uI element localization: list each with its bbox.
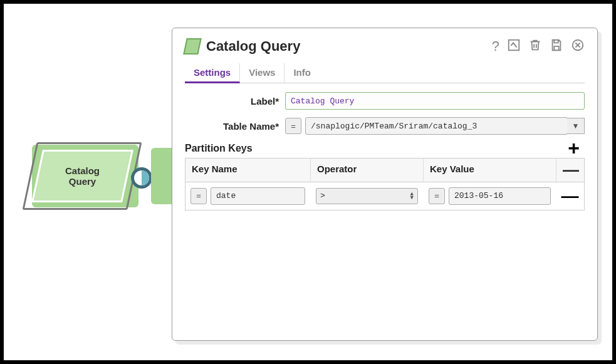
key-value-input[interactable] bbox=[449, 187, 551, 205]
snap-connector[interactable] bbox=[131, 167, 152, 189]
save-icon[interactable] bbox=[550, 38, 563, 55]
validate-icon[interactable] bbox=[507, 38, 521, 55]
table-row: = > ▲▼ = — bbox=[185, 182, 584, 210]
remove-row-button[interactable]: — bbox=[556, 186, 584, 206]
label-field-label: Label* bbox=[185, 96, 285, 107]
delete-icon[interactable] bbox=[528, 38, 542, 55]
snap-node-label: Catalog Query bbox=[65, 165, 100, 187]
help-icon[interactable]: ? bbox=[492, 39, 499, 53]
snap-type-icon bbox=[183, 38, 202, 55]
table-name-input[interactable] bbox=[305, 117, 568, 135]
operator-select[interactable]: > ▲▼ bbox=[316, 188, 418, 204]
col-key-value: Key Value bbox=[424, 159, 556, 182]
dialog-actions: ? bbox=[492, 38, 585, 55]
tabs: Settings Views Info bbox=[185, 63, 585, 83]
tab-settings[interactable]: Settings bbox=[185, 63, 240, 83]
key-name-input[interactable] bbox=[211, 187, 305, 205]
tab-info[interactable]: Info bbox=[285, 63, 320, 83]
partition-keys-table: Key Name Operator Key Value — = > ▲▼ = bbox=[185, 158, 585, 211]
col-key-name: Key Name bbox=[185, 159, 311, 182]
partition-keys-title: Partition Keys bbox=[185, 143, 253, 154]
tab-views[interactable]: Views bbox=[240, 63, 285, 83]
table-name-row: Table Name* = ▼ bbox=[185, 117, 585, 135]
connector-icon bbox=[134, 170, 149, 185]
select-arrows-icon: ▲▼ bbox=[410, 192, 414, 200]
operator-value: > bbox=[320, 191, 325, 200]
dialog-title: Catalog Query bbox=[206, 38, 486, 55]
expression-toggle[interactable]: = bbox=[285, 118, 301, 134]
form-area: Label* Table Name* = ▼ Partition Keys + … bbox=[185, 83, 585, 211]
label-row: Label* bbox=[185, 92, 585, 110]
snap-settings-dialog: Catalog Query ? Settings Views Info Labe… bbox=[172, 28, 598, 341]
partition-keys-header: Partition Keys + bbox=[185, 142, 585, 154]
svg-rect-0 bbox=[509, 40, 519, 51]
pipeline-canvas: Catalog Query bbox=[32, 145, 176, 226]
table-name-label: Table Name* bbox=[185, 121, 285, 132]
key-name-expr-toggle[interactable]: = bbox=[191, 188, 207, 204]
label-input[interactable] bbox=[285, 92, 585, 110]
dialog-header: Catalog Query ? bbox=[185, 38, 585, 61]
col-operator: Operator bbox=[311, 159, 424, 182]
close-icon[interactable] bbox=[571, 38, 585, 55]
snap-node[interactable]: Catalog Query bbox=[32, 145, 138, 207]
add-partition-key-button[interactable]: + bbox=[568, 142, 585, 154]
table-name-dropdown[interactable]: ▼ bbox=[567, 118, 585, 134]
table-header-row: Key Name Operator Key Value — bbox=[185, 159, 584, 182]
remove-all-button[interactable]: — bbox=[556, 159, 584, 182]
key-value-expr-toggle[interactable]: = bbox=[429, 188, 445, 204]
